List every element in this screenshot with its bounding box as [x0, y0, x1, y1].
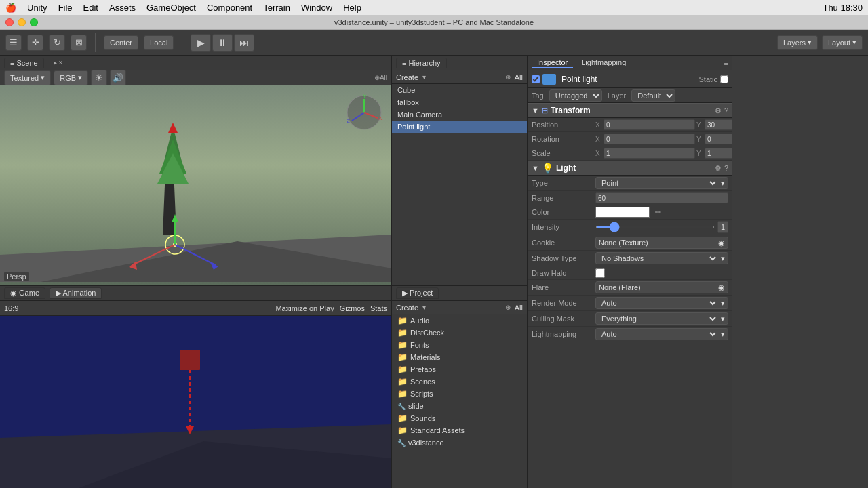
project-item-v3distance[interactable]: 🔧 v3distance	[392, 436, 527, 449]
project-item-materials[interactable]: 📁 Materials	[392, 351, 527, 363]
scene-audio-toggle[interactable]: 🔊	[110, 70, 126, 86]
project-item-distcheck[interactable]: 📁 DistCheck	[392, 327, 527, 339]
menu-window[interactable]: Window	[301, 3, 332, 13]
flare-value-box[interactable]: None (Flare) ◉	[595, 281, 728, 293]
scene-tab[interactable]: ≡ Scene	[4, 58, 44, 68]
tag-select[interactable]: Untagged	[549, 89, 602, 102]
light-component-header[interactable]: ▼ 💡 Light ⚙ ?	[528, 161, 732, 176]
intensity-slider[interactable]	[595, 226, 715, 228]
project-item-scripts[interactable]: 📁 Scripts	[392, 388, 527, 400]
game-viewport[interactable]	[0, 316, 391, 488]
game-tab[interactable]: ◉ Game	[4, 287, 45, 299]
project-item-prefabs[interactable]: 📁 Prefabs	[392, 363, 527, 375]
render-mode-select-box[interactable]: Auto ▾	[595, 297, 728, 309]
static-checkbox[interactable]	[720, 75, 728, 83]
layout-dropdown[interactable]: Layout ▾	[822, 35, 863, 50]
scene-viewport[interactable]: Y X Z Persp	[0, 85, 391, 285]
maximize-button[interactable]	[30, 18, 38, 26]
shadow-type-select[interactable]: No Shadows	[599, 253, 718, 263]
position-y-input[interactable]	[705, 119, 732, 130]
shadow-type-select-box[interactable]: No Shadows ▾	[595, 252, 728, 264]
culling-mask-select[interactable]: Everything	[599, 314, 718, 323]
lightmapping-tab[interactable]: Lightmapping	[576, 58, 631, 68]
light-range-input[interactable]	[595, 192, 728, 203]
maximize-play-btn[interactable]: Maximize on Play	[275, 304, 334, 312]
hierarchy-item-cube[interactable]: Cube	[392, 84, 527, 96]
render-mode-select[interactable]: Auto	[599, 298, 718, 308]
lightmapping-select-box[interactable]: Auto ▾	[595, 328, 728, 340]
minimize-button[interactable]	[18, 18, 26, 26]
layers-dropdown[interactable]: Layers ▾	[777, 35, 818, 50]
transform-component-header[interactable]: ▼ ⊞ Transform ⚙ ?	[528, 103, 732, 118]
inspector-options[interactable]: ≡	[724, 59, 728, 67]
scale-tool-button[interactable]: ⊠	[71, 35, 87, 51]
light-help-icon[interactable]: ?	[724, 164, 728, 173]
toolbar-sep-1	[95, 33, 96, 52]
object-active-checkbox[interactable]	[532, 75, 540, 83]
color-edit-icon[interactable]: ✏	[655, 208, 661, 217]
menu-assets[interactable]: Assets	[109, 3, 136, 13]
project-fonts-label: Fonts	[410, 341, 429, 349]
textured-dropdown[interactable]: Textured ▾	[4, 70, 51, 85]
menu-unity[interactable]: Unity	[27, 3, 47, 13]
hierarchy-item-main-camera[interactable]: Main Camera	[392, 108, 527, 121]
scale-y-input[interactable]	[705, 148, 732, 159]
transform-settings-icon[interactable]: ⚙	[715, 106, 722, 115]
hierarchy-item-point-light[interactable]: Point light	[392, 121, 527, 133]
project-item-fonts[interactable]: 📁 Fonts	[392, 339, 527, 351]
flare-select-icon[interactable]: ◉	[718, 283, 725, 292]
light-icon: 💡	[542, 163, 553, 174]
rotation-x-input[interactable]	[604, 134, 695, 144]
menu-file[interactable]: File	[58, 3, 73, 13]
hand-tool-button[interactable]: ☰	[5, 35, 22, 51]
cookie-value-box[interactable]: None (Texture) ◉	[595, 237, 728, 249]
menu-help[interactable]: Help	[343, 3, 361, 13]
play-button[interactable]: ▶	[191, 34, 211, 52]
object-header: Point light Static	[528, 70, 732, 88]
position-x-input[interactable]	[604, 119, 695, 130]
menu-terrain[interactable]: Terrain	[263, 3, 290, 13]
lightmapping-select[interactable]: Auto	[599, 329, 718, 339]
close-button[interactable]	[5, 18, 14, 26]
menu-gameobject[interactable]: GameObject	[146, 3, 196, 13]
project-tab[interactable]: ▶ Project	[396, 287, 439, 299]
hierarchy-create[interactable]: Create	[396, 73, 418, 81]
cookie-select-icon[interactable]: ◉	[718, 239, 725, 247]
move-tool-button[interactable]: ✛	[27, 35, 43, 51]
draw-halo-checkbox[interactable]	[595, 268, 605, 278]
stats-btn[interactable]: Stats	[370, 304, 387, 312]
hierarchy-item-fallbox[interactable]: fallbox	[392, 96, 527, 108]
project-item-standard-assets[interactable]: 📁 Standard Assets	[392, 424, 527, 436]
project-create[interactable]: Create	[396, 304, 418, 312]
animation-tab[interactable]: ▶ Animation	[50, 287, 102, 299]
light-settings-icon[interactable]: ⚙	[715, 164, 722, 173]
transform-help-icon[interactable]: ?	[724, 106, 728, 115]
rgb-dropdown[interactable]: RGB ▾	[54, 70, 88, 85]
scale-x-input[interactable]	[604, 148, 695, 159]
apple-menu[interactable]: 🍎	[5, 3, 16, 13]
local-button[interactable]: Local	[144, 35, 174, 50]
project-standard-assets-label: Standard Assets	[410, 426, 465, 434]
game-toolbar: 16:9 Maximize on Play Gizmos Stats	[0, 301, 391, 316]
step-button[interactable]: ⏭	[234, 34, 254, 52]
hierarchy-tab[interactable]: ≡ Hierarchy	[396, 58, 447, 68]
scene-lighting-toggle[interactable]: ☀	[91, 70, 107, 86]
light-color-preview[interactable]	[595, 207, 650, 218]
gizmos-btn[interactable]: Gizmos	[340, 304, 365, 312]
inspector-tab[interactable]: Inspector	[532, 58, 573, 68]
project-item-sounds[interactable]: 📁 Sounds	[392, 412, 527, 424]
scene-gizmo[interactable]: Y X Z	[344, 92, 384, 133]
light-type-select-box[interactable]: Point ▾	[595, 177, 728, 189]
center-button[interactable]: Center	[104, 35, 138, 50]
rotation-y-input[interactable]	[705, 134, 732, 144]
menu-edit[interactable]: Edit	[83, 3, 98, 13]
project-item-slide[interactable]: 🔧 slide	[392, 400, 527, 412]
layer-select[interactable]: Default	[631, 89, 675, 102]
rotate-tool-button[interactable]: ↻	[49, 35, 65, 51]
culling-mask-select-box[interactable]: Everything ▾	[595, 312, 728, 325]
project-item-scenes[interactable]: 📁 Scenes	[392, 375, 527, 388]
project-item-audio[interactable]: 📁 Audio	[392, 314, 527, 327]
light-type-select[interactable]: Point	[599, 178, 718, 188]
menu-component[interactable]: Component	[207, 3, 252, 13]
pause-button[interactable]: ⏸	[212, 34, 233, 52]
